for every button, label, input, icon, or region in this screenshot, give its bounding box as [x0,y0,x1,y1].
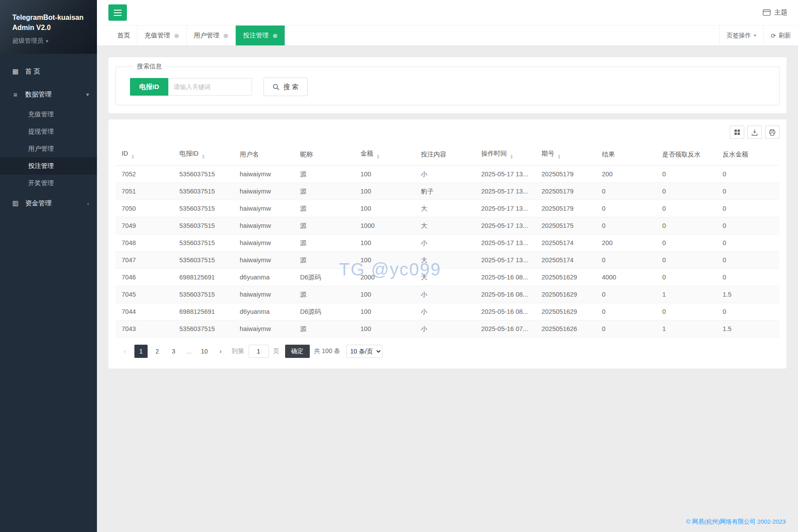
caret-down-icon: ▾ [46,38,48,44]
sidebar-subitem[interactable]: 用户管理 [0,140,97,157]
sidebar-group-data[interactable]: ≡ 数据管理 ▾ [0,83,97,106]
search-button[interactable]: 搜 索 [264,78,308,96]
sidebar-subitem[interactable]: 开奖管理 [0,175,97,192]
table-cell: 2025-05-16 08... [478,303,538,320]
sidebar-subitem[interactable]: 充值管理 [0,106,97,123]
column-header[interactable]: ID▲▼ [115,144,176,166]
table-cell: 202505175 [538,217,598,234]
table-cell: haiwaiymw [236,166,297,183]
table-cell: 源 [297,252,357,269]
table-cell: 5356037515 [176,252,236,269]
table-cell: 2025-05-17 13... [478,217,538,234]
table-cell: 5356037515 [176,200,236,217]
search-field-type-button[interactable]: 电报ID [130,78,168,96]
close-icon[interactable]: ⊗ [223,32,229,39]
table-cell: 2025-05-17 13... [478,183,538,200]
export-button[interactable] [747,126,762,139]
column-header: 用户名 [236,144,297,166]
table-cell: 2025-05-17 13... [478,234,538,252]
table-cell: 4000 [598,269,659,286]
column-header[interactable]: 期号▲▼ [538,144,598,166]
table-row: 70525356037515haiwaiymw源100小2025-05-17 1… [115,166,779,183]
sidebar-subitem[interactable]: 投注管理 [0,157,97,175]
table-cell: 0 [659,252,719,269]
column-header[interactable]: 金额▲▼ [357,144,417,166]
sort-icon[interactable]: ▲▼ [557,154,561,160]
table-row: 70435356037515haiwaiymw源100小2025-05-16 0… [115,320,779,338]
theme-icon [763,9,771,16]
export-icon [751,129,758,136]
goto-page-input[interactable] [249,345,269,358]
sort-icon[interactable]: ▲▼ [202,154,205,160]
sort-icon[interactable]: ▲▼ [376,154,380,160]
table-cell: 2025051629 [538,303,598,320]
theme-button[interactable]: 主题 [763,8,787,17]
chevron-left-icon: ‹ [87,200,89,207]
sort-icon[interactable]: ▲▼ [510,154,513,160]
table-cell: 5356037515 [176,234,236,252]
page-button[interactable]: 3 [167,345,180,358]
column-header: 是否领取反水 [659,144,719,166]
tab-item[interactable]: 投注管理⊗ [236,26,285,45]
next-page-button[interactable]: › [214,345,227,358]
search-row: 电报ID 搜 索 [130,78,779,96]
table-cell: 202505179 [538,166,598,183]
column-label: 投注内容 [421,151,446,158]
sidebar-subitem[interactable]: 提现管理 [0,123,97,140]
table-cell: D6源码 [297,303,357,320]
close-icon[interactable]: ⊗ [272,32,278,39]
search-button-label: 搜 索 [283,83,298,91]
sidebar-toggle-button[interactable] [108,4,127,21]
home-grid-icon: ▦ [11,67,19,75]
tab-actions-dropdown[interactable]: 页签操作 ▾ [719,26,764,45]
tab-label: 首页 [117,31,130,40]
total-count-label: 共 100 条 [314,347,340,355]
column-header: 投注内容 [417,144,478,166]
column-label: 期号 [542,150,554,157]
refresh-icon: ⟳ [771,32,776,39]
table-cell: 1000 [357,217,417,234]
toggle-columns-button[interactable] [730,126,744,139]
print-button[interactable] [765,126,779,139]
page-button[interactable]: 2 [151,345,164,358]
table-cell: 6988125691 [176,303,236,320]
page-button[interactable]: 1 [134,345,148,358]
column-label: 反水金额 [723,151,748,158]
sidebar-item-home[interactable]: ▦ 首 页 [0,60,97,83]
confirm-page-button[interactable]: 确定 [285,345,310,358]
table-cell: 0 [598,252,659,269]
column-header[interactable]: 电报ID▲▼ [176,144,236,166]
tab-operations: 页签操作 ▾ ⟳ 刷新 [719,26,798,45]
table-cell: 0 [719,217,779,234]
app-logo: TelegramBot-kuaisan Admin V2.0 超级管理员 ▾ [0,0,97,54]
page-button[interactable]: 10 [198,345,211,358]
sort-down-icon: ▼ [131,157,135,160]
column-header: 结果 [598,144,659,166]
column-label: 用户名 [240,151,259,158]
column-label: 是否领取反水 [662,151,701,158]
tab-bar: 首页充值管理⊗用户管理⊗投注管理⊗ 页签操作 ▾ ⟳ 刷新 [97,26,798,46]
role-dropdown[interactable]: 超级管理员 ▾ [12,37,93,45]
refresh-button[interactable]: ⟳ 刷新 [763,26,798,45]
tab-item[interactable]: 首页 [110,26,137,45]
table-cell: 源 [297,217,357,234]
column-header[interactable]: 操作时间▲▼ [478,144,538,166]
close-icon[interactable]: ⊗ [174,32,179,39]
sort-icon[interactable]: ▲▼ [131,154,135,160]
table-cell: 2025-05-17 13... [478,252,538,269]
tab-item[interactable]: 充值管理⊗ [137,26,187,45]
sort-down-icon: ▼ [376,157,380,160]
table-cell: 2025-05-16 07... [478,320,538,338]
table-row: 70455356037515haiwaiymw源100小2025-05-16 0… [115,286,779,303]
table-cell: 200 [598,234,659,252]
table-cell: 0 [598,320,659,338]
tab-item[interactable]: 用户管理⊗ [187,26,236,45]
table-cell: 0 [719,269,779,286]
keyword-input[interactable] [168,78,252,96]
table-cell: 2000 [357,269,417,286]
table-cell: 2025051629 [538,269,598,286]
sidebar-group-fund[interactable]: ▥ 资金管理 ‹ [0,192,97,215]
page-size-select[interactable]: 10 条/页 [346,345,382,358]
prev-page-button[interactable]: ‹ [118,345,131,358]
tab-label: 投注管理 [243,31,268,40]
